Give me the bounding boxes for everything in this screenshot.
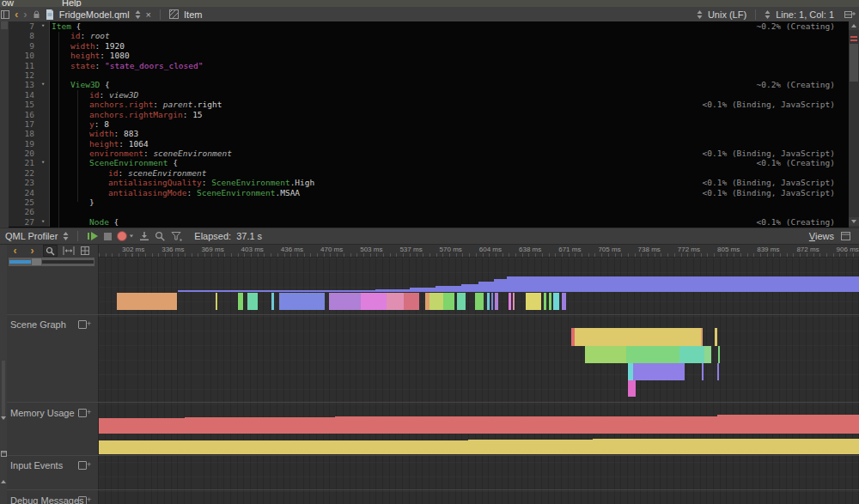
timeline-event-bar[interactable] bbox=[704, 346, 711, 363]
timeline-event-bar[interactable] bbox=[361, 293, 387, 310]
code-line[interactable]: 11state: "state_doors_closed" bbox=[9, 61, 849, 70]
timeline-event-bar[interactable] bbox=[633, 363, 685, 380]
code-line[interactable]: 23antialiasingQuality: SceneEnvironment.… bbox=[9, 178, 849, 187]
timeline-event-bar[interactable] bbox=[99, 440, 859, 454]
timeline-event-bar[interactable] bbox=[387, 293, 404, 310]
timeline-event-bar[interactable] bbox=[436, 286, 461, 292]
record-button[interactable] bbox=[117, 231, 134, 241]
code-line[interactable]: 13▾View3D {~0.2% (Creating) bbox=[9, 80, 849, 89]
element-context-selector[interactable]: Item bbox=[184, 9, 202, 20]
zoom-mode-button[interactable] bbox=[43, 245, 58, 257]
code-line[interactable]: 14id: view3D bbox=[9, 90, 849, 100]
timeline-event-bar[interactable] bbox=[238, 293, 243, 310]
timeline-event-bar[interactable] bbox=[526, 293, 541, 310]
timeline-event-bar[interactable] bbox=[335, 416, 859, 418]
timeline-event-bar[interactable] bbox=[475, 293, 484, 310]
timeline-event-bar[interactable] bbox=[491, 293, 493, 310]
margin-button[interactable] bbox=[1, 21, 8, 29]
scrollbar-thumb[interactable] bbox=[850, 44, 858, 82]
start-profiling-button[interactable] bbox=[87, 231, 99, 241]
timeline-event-bar[interactable] bbox=[593, 439, 859, 440]
timeline-event-bar[interactable] bbox=[457, 293, 466, 310]
menu-item-window[interactable]: ow bbox=[2, 0, 14, 7]
expand-category-button[interactable]: + bbox=[78, 461, 92, 470]
code-editor[interactable]: 7▾Item {~0.2% (Creating)8id: root9width:… bbox=[0, 21, 859, 228]
timeline-event-bar[interactable] bbox=[329, 293, 361, 310]
cursor-position-dropdown-icon[interactable] bbox=[765, 10, 771, 19]
timeline-event-bar[interactable] bbox=[495, 293, 498, 310]
go-forward-button[interactable]: › bbox=[23, 10, 27, 19]
pane-dropdown-icon[interactable] bbox=[63, 232, 69, 240]
timeline-event-bar[interactable] bbox=[443, 293, 454, 310]
fold-marker-icon[interactable]: ▾ bbox=[37, 158, 50, 167]
timeline-canvas[interactable]: 302 ms336 ms369 ms403 ms436 ms470 ms503 … bbox=[99, 245, 859, 504]
code-line[interactable]: 27▾Node {<0.1% (Creating) bbox=[9, 217, 849, 227]
code-line[interactable]: 9width: 1920 bbox=[9, 41, 849, 51]
editor-scrollbar[interactable] bbox=[849, 21, 859, 228]
expand-category-button[interactable]: + bbox=[78, 496, 92, 504]
stop-profiling-button[interactable] bbox=[104, 233, 112, 240]
fold-marker-icon[interactable]: ▾ bbox=[37, 80, 50, 89]
prev-event-button[interactable]: ‹ bbox=[9, 246, 21, 256]
range-select-button[interactable] bbox=[62, 246, 75, 256]
timeline-event-bar[interactable] bbox=[404, 293, 419, 310]
timeline-event-bar[interactable] bbox=[178, 290, 375, 292]
timeline-event-bar[interactable] bbox=[717, 415, 859, 416]
timeline-event-bar[interactable] bbox=[702, 363, 704, 380]
timeline-event-bar[interactable] bbox=[478, 282, 494, 292]
timeline-event-bar[interactable] bbox=[461, 284, 478, 292]
mini-scrollbar[interactable] bbox=[2, 361, 5, 419]
timeline-event-bar[interactable] bbox=[507, 276, 859, 292]
next-event-button[interactable]: › bbox=[26, 246, 39, 256]
timeline-event-bar[interactable] bbox=[626, 346, 679, 363]
timeline-event-bar[interactable] bbox=[271, 293, 274, 310]
code-line[interactable]: 25} bbox=[9, 197, 849, 207]
timeline-event-bar[interactable] bbox=[375, 289, 410, 292]
code-line[interactable]: 12 bbox=[9, 70, 849, 80]
code-line[interactable]: 22id: sceneEnvironment bbox=[9, 168, 849, 178]
code-line[interactable]: 18width: 883 bbox=[9, 129, 849, 138]
code-line[interactable]: 17y: 8 bbox=[9, 119, 849, 129]
timeline-event-bar[interactable] bbox=[562, 293, 566, 310]
timeline-event-bar[interactable] bbox=[117, 293, 177, 310]
timeline-event-bar[interactable] bbox=[575, 328, 702, 346]
timeline-event-bar[interactable] bbox=[410, 288, 436, 292]
timeline-event-bar[interactable] bbox=[679, 346, 704, 363]
timeline-event-bar[interactable] bbox=[718, 346, 720, 363]
code-line[interactable]: 24antialiasingMode: SceneEnvironment.MSA… bbox=[9, 188, 849, 197]
flatten-events-button[interactable] bbox=[139, 231, 149, 241]
timeline-event-bar[interactable] bbox=[717, 363, 719, 380]
code-line[interactable]: 8id: root bbox=[9, 31, 849, 40]
sidebar-toggle-icon[interactable] bbox=[1, 10, 9, 19]
scroll-up-button[interactable] bbox=[849, 21, 859, 30]
code-line[interactable]: 7▾Item {~0.2% (Creating) bbox=[9, 21, 849, 31]
timeline-event-bar[interactable] bbox=[513, 293, 515, 310]
timeline-event-bar[interactable] bbox=[99, 418, 859, 434]
views-menu-button[interactable]: Views bbox=[809, 231, 834, 241]
split-editor-icon[interactable] bbox=[844, 10, 856, 19]
timeline-event-bar[interactable] bbox=[628, 380, 636, 397]
code-line[interactable]: 26 bbox=[9, 207, 849, 216]
views-window-icon[interactable] bbox=[841, 232, 850, 240]
timeline-event-bar[interactable] bbox=[544, 293, 546, 310]
close-document-button[interactable]: × bbox=[146, 9, 151, 20]
timeline-event-bar[interactable] bbox=[715, 328, 717, 346]
timeline-event-bar[interactable] bbox=[585, 346, 626, 363]
timeline-event-bar[interactable] bbox=[553, 293, 559, 310]
code-line[interactable]: 21▾SceneEnvironment {<0.1% (Creating) bbox=[9, 158, 849, 167]
menu-item-help[interactable]: Help bbox=[62, 0, 82, 7]
record-options-caret[interactable] bbox=[130, 235, 133, 238]
zoom-slider[interactable] bbox=[9, 258, 94, 266]
document-dropdown-icon[interactable] bbox=[135, 10, 141, 19]
timeline-event-bar[interactable] bbox=[549, 293, 551, 310]
encoding-dropdown-icon[interactable] bbox=[697, 10, 703, 19]
scroll-down-button[interactable] bbox=[849, 217, 859, 226]
code-line[interactable]: 20environment: sceneEnvironment<0.1% (Bi… bbox=[9, 149, 849, 158]
expand-category-button[interactable]: + bbox=[78, 409, 92, 417]
timeline-event-bar[interactable] bbox=[494, 279, 507, 292]
event-info-button[interactable] bbox=[79, 246, 92, 256]
timeline-event-bar[interactable] bbox=[430, 293, 443, 310]
timeline-event-bar[interactable] bbox=[701, 328, 703, 346]
search-timeline-button[interactable] bbox=[155, 231, 166, 241]
timeline-event-bar[interactable] bbox=[279, 293, 325, 310]
